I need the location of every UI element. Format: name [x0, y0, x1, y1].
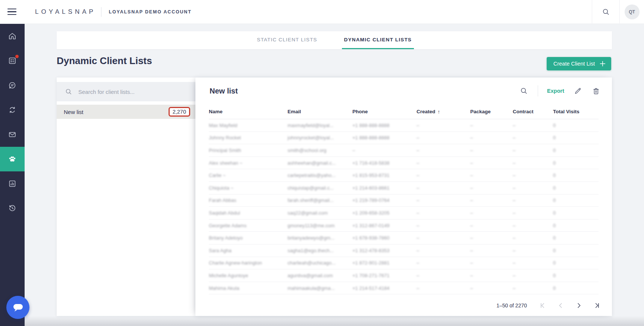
account-name: LOYALSNAP DEMO ACCOUNT: [109, 9, 192, 15]
divider: [101, 7, 101, 17]
table-row[interactable]: Britany Adetoyo britanyadewyo@gm... +1 6…: [209, 232, 599, 244]
tab-static-client-lists[interactable]: STATIC CLIENT LISTS: [255, 31, 320, 49]
sidebar-item-tasks[interactable]: [0, 48, 25, 73]
cell-package: –: [470, 273, 513, 278]
cell-phone: +1 312-478-8353: [352, 248, 417, 253]
table-row[interactable]: Michelle Aguntoye aguntiva@gmail.com +1 …: [209, 269, 599, 282]
cell-name: Johnny Rocket: [209, 135, 288, 140]
table-row[interactable]: Sara Agha sagha1@ego.thech... +1 312-478…: [209, 244, 599, 257]
client-list-item[interactable]: New list 2,270: [57, 105, 195, 119]
column-header[interactable]: Total Visits ↑: [553, 109, 599, 114]
sidebar-item-sync[interactable]: [0, 98, 25, 122]
sidebar-item-home[interactable]: [0, 24, 25, 48]
cell-package: –: [470, 135, 513, 140]
column-header[interactable]: Contract ↑: [513, 109, 553, 114]
column-header[interactable]: Created ↑: [417, 109, 470, 115]
search-clients-button[interactable]: [519, 86, 529, 96]
cell-total-visits: 0: [553, 223, 599, 228]
column-header[interactable]: Name ↑: [209, 109, 288, 114]
cell-contract: –: [513, 235, 553, 241]
last-page-button[interactable]: [593, 301, 601, 310]
cell-email: maxmayfield@loyal...: [288, 123, 352, 128]
cell-contract: –: [513, 285, 553, 291]
cell-package: –: [470, 235, 513, 241]
column-header[interactable]: Package ↑: [470, 109, 513, 114]
cell-created: –: [417, 223, 470, 228]
create-client-list-button[interactable]: Create Client List: [547, 57, 611, 70]
menu-icon[interactable]: [7, 9, 16, 15]
history-icon: [8, 204, 17, 213]
cell-contract: –: [513, 123, 553, 128]
cell-email: chiquistap@gmail.c...: [288, 185, 352, 191]
pagination-label: 1–50 of 2270: [496, 303, 527, 308]
tab-dynamic-client-lists[interactable]: DYNAMIC CLIENT LISTS: [342, 31, 414, 49]
global-search-button[interactable]: [592, 0, 619, 23]
cell-contract: –: [513, 160, 553, 166]
next-page-button[interactable]: [575, 301, 583, 310]
sidebar-item-clients[interactable]: [0, 147, 25, 171]
table-row[interactable]: Farah Abbas farah.sheriff@gmail... +1 21…: [209, 194, 599, 207]
cell-email: smith@school.org: [288, 148, 352, 153]
cell-created: –: [417, 235, 470, 241]
client-count-badge: 2,270: [169, 107, 190, 117]
topbar: LOYALSNAP LOYALSNAP DEMO ACCOUNT QT: [0, 0, 644, 24]
cell-created: –: [417, 173, 470, 178]
cell-phone: +1 219-789-0764: [352, 197, 417, 203]
column-header[interactable]: Phone ↑: [352, 109, 417, 114]
cell-email: charlieah@uchicago...: [288, 260, 352, 266]
table-row[interactable]: Johnny Rocket johnnyrocket@loyal... +1 8…: [209, 132, 599, 145]
table-row[interactable]: Principal Smith smith@school.org – – – –…: [209, 144, 599, 157]
cell-package: –: [470, 148, 513, 153]
avatar[interactable]: QT: [625, 4, 640, 19]
table-row[interactable]: Charlie Agnew-harington charlieah@uchica…: [209, 257, 599, 270]
live-chat-fab[interactable]: [6, 296, 29, 319]
cell-name: Britany Adetoyo: [209, 235, 288, 241]
cell-contract: –: [513, 173, 553, 178]
client-lists-search-input[interactable]: [78, 89, 187, 95]
sidebar-item-reports[interactable]: [0, 171, 25, 196]
chevron-left-icon: [557, 301, 565, 310]
cell-total-visits: 0: [553, 173, 599, 178]
cell-email: mahimaakula@gma...: [288, 285, 352, 291]
column-header-label: Contract: [513, 109, 534, 114]
client-list-detail-panel: New list Export Name ↑ Email ↑ Phone ↑ C…: [195, 77, 612, 316]
sidebar-item-messages[interactable]: [0, 73, 25, 98]
cell-total-visits: 0: [553, 260, 599, 266]
cell-phone: +1 708-271-7671: [352, 273, 417, 278]
cell-created: –: [417, 135, 470, 140]
edit-list-button[interactable]: [573, 86, 582, 96]
table-row[interactable]: Georgette Adams gmoney113@me.com +1 312-…: [209, 219, 599, 232]
table-row[interactable]: Alex sheehan ~ ashheehan@gmail.c... +1 7…: [209, 157, 599, 170]
table-row[interactable]: Max Mayfield maxmayfield@loyal... +1 888…: [209, 119, 599, 132]
table-row[interactable]: Mahima Akula mahimaakula@gma... +1 214-5…: [209, 282, 599, 295]
sidebar-item-email[interactable]: [0, 122, 25, 147]
cell-total-visits: 0: [553, 123, 599, 128]
cell-created: –: [417, 160, 470, 166]
cell-package: –: [470, 223, 513, 228]
column-header-label: Package: [470, 109, 491, 114]
sidebar-item-history[interactable]: [0, 196, 25, 221]
table-row[interactable]: Saqidah Abdul saq22@gmail.com +1 209-658…: [209, 207, 599, 219]
column-header-label: Created: [417, 109, 435, 114]
export-button[interactable]: Export: [547, 88, 564, 94]
column-header[interactable]: Email ↑: [288, 109, 352, 114]
cell-package: –: [470, 260, 513, 266]
client-lists-search: [57, 82, 195, 101]
cell-email: sagha1@ego.thech...: [288, 248, 352, 253]
cell-phone: +1 312-867-0149: [352, 223, 417, 228]
table-header: Name ↑ Email ↑ Phone ↑ Created ↑ Package…: [209, 104, 599, 119]
previous-page-button[interactable]: [557, 301, 565, 310]
cell-contract: –: [513, 223, 553, 228]
table-row[interactable]: Carlie ~ carliepetraitis@yaho... +1 815-…: [209, 169, 599, 182]
plus-icon: [599, 60, 606, 67]
chat-bubble-icon: [10, 300, 25, 315]
cell-email: gmoney113@me.com: [288, 223, 352, 228]
table-row[interactable]: Chiquiota ~ chiquistap@gmail.c... +1 214…: [209, 182, 599, 194]
cell-total-visits: 0: [553, 148, 599, 153]
delete-list-button[interactable]: [591, 86, 601, 96]
cell-name: Mahima Akula: [209, 285, 288, 291]
chat-icon: [8, 81, 17, 90]
cell-contract: –: [513, 135, 553, 140]
cell-created: –: [417, 260, 470, 266]
first-page-button[interactable]: [539, 301, 547, 310]
